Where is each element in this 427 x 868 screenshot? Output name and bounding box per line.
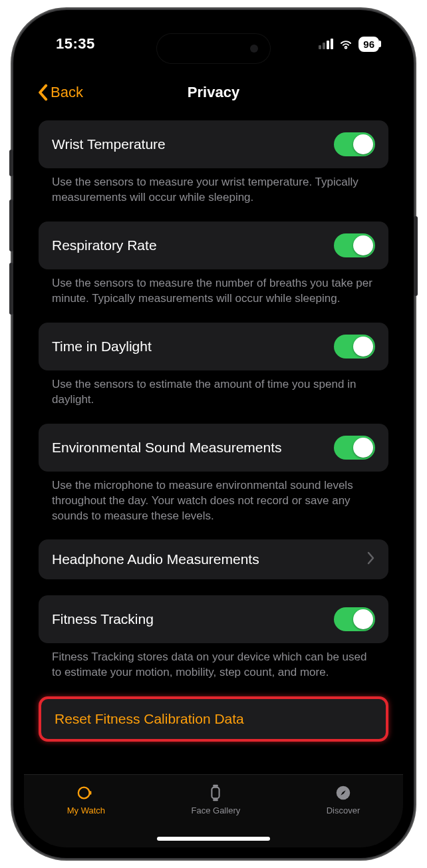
toggle-environmental-sound[interactable] [334, 436, 375, 460]
face-gallery-icon [206, 783, 225, 803]
row-description: Use the sensors to estimate the amount o… [39, 370, 388, 424]
content-scroll[interactable]: Wrist Temperature Use the sensors to mea… [24, 120, 403, 774]
status-time: 15:35 [56, 35, 95, 53]
row-time-in-daylight[interactable]: Time in Daylight [39, 323, 388, 370]
toggle-wrist-temperature[interactable] [334, 132, 375, 156]
power-button [414, 216, 418, 296]
home-indicator[interactable] [157, 837, 270, 841]
svg-rect-3 [214, 785, 218, 787]
row-label: Respiratory Rate [52, 237, 157, 253]
dynamic-island [157, 34, 270, 63]
tab-label: Discover [327, 805, 360, 815]
svg-rect-4 [214, 799, 218, 801]
volume-up-button [9, 200, 13, 251]
status-icons: 96 [319, 37, 379, 52]
row-respiratory-rate[interactable]: Respiratory Rate [39, 221, 388, 269]
page-title: Privacy [188, 84, 239, 101]
svg-point-0 [78, 788, 90, 799]
phone-frame: 15:35 96 Back Privacy Wrist Temperature [13, 10, 414, 858]
toggle-fitness-tracking[interactable] [334, 607, 375, 631]
row-description: Use the microphone to measure environmen… [39, 472, 388, 540]
screen: 15:35 96 Back Privacy Wrist Temperature [24, 21, 403, 847]
row-description: Fitness Tracking stores data on your dev… [39, 643, 388, 696]
toggle-time-in-daylight[interactable] [334, 335, 375, 359]
tab-discover[interactable]: Discover [327, 783, 360, 815]
row-label: Headphone Audio Measurements [52, 551, 259, 567]
tab-face-gallery[interactable]: Face Gallery [192, 783, 241, 815]
row-label: Time in Daylight [52, 339, 152, 355]
chevron-left-icon [37, 84, 48, 101]
back-button[interactable]: Back [37, 84, 83, 101]
row-wrist-temperature[interactable]: Wrist Temperature [39, 120, 388, 168]
tab-label: My Watch [67, 805, 105, 815]
tab-my-watch[interactable]: My Watch [67, 783, 105, 815]
nav-bar: Back Privacy [24, 72, 403, 112]
svg-rect-2 [212, 788, 219, 799]
row-fitness-tracking[interactable]: Fitness Tracking [39, 595, 388, 643]
side-button [9, 150, 13, 176]
row-label: Environmental Sound Measurements [52, 440, 282, 456]
volume-down-button [9, 263, 13, 315]
back-label: Back [51, 84, 83, 101]
row-environmental-sound[interactable]: Environmental Sound Measurements [39, 424, 388, 472]
row-description: Use the sensors to measure your wrist te… [39, 168, 388, 221]
row-headphone-audio[interactable]: Headphone Audio Measurements [39, 539, 388, 579]
watch-icon [76, 783, 96, 803]
row-description: Use the sensors to measure the number of… [39, 269, 388, 323]
row-label: Wrist Temperature [52, 136, 166, 152]
wifi-icon [339, 37, 353, 51]
reset-fitness-calibration-button[interactable]: Reset Fitness Calibration Data [39, 696, 388, 742]
toggle-respiratory-rate[interactable] [334, 233, 375, 257]
battery-indicator: 96 [358, 37, 379, 52]
svg-rect-1 [90, 791, 92, 795]
compass-icon [333, 783, 353, 803]
chevron-right-icon [367, 551, 375, 567]
tab-label: Face Gallery [192, 805, 241, 815]
reset-label: Reset Fitness Calibration Data [55, 711, 244, 726]
tab-bar: My Watch Face Gallery Discover [24, 774, 403, 847]
cellular-signal-icon [319, 39, 333, 49]
row-label: Fitness Tracking [52, 611, 154, 627]
